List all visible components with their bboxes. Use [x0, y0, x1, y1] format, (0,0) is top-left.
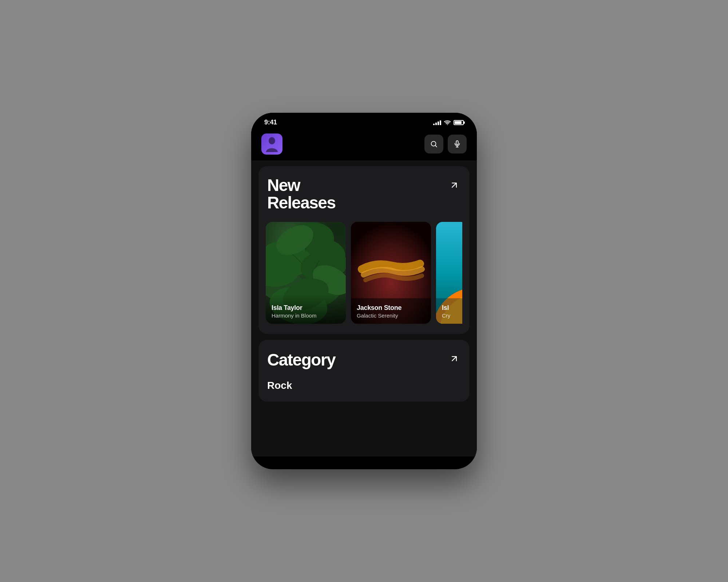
wifi-icon [444, 120, 451, 125]
album-info-jackson: Jackson Stone Galactic Serenity [351, 299, 431, 324]
album-title-jackson: Galactic Serenity [357, 312, 425, 319]
category-section: Category Rock [258, 340, 470, 402]
albums-row: Isla Taylor Harmony in Bloom [266, 222, 462, 324]
top-buttons [424, 135, 467, 154]
album-artist-crystal: Isl [442, 304, 450, 312]
album-info-isla: Isla Taylor Harmony in Bloom [266, 299, 346, 324]
svg-rect-3 [456, 141, 458, 145]
category-arrow[interactable] [448, 352, 461, 365]
battery-icon [454, 120, 464, 125]
category-header: Category [267, 350, 461, 370]
dynamic-island [342, 118, 386, 130]
status-time: 9:41 [264, 119, 277, 126]
album-card-isla-taylor[interactable]: Isla Taylor Harmony in Bloom [266, 222, 346, 324]
user-silhouette-icon [265, 136, 278, 152]
category-item-rock[interactable]: Rock [267, 380, 461, 391]
new-releases-section: NewReleases [258, 166, 470, 334]
new-releases-title: NewReleases [267, 176, 336, 212]
arrow-up-right-icon [449, 180, 459, 190]
category-name-rock: Rock [267, 380, 461, 391]
album-title-crystal: Cry [442, 312, 450, 319]
album-art-crystal: Isl Cry [436, 222, 462, 324]
album-title-isla: Harmony in Bloom [272, 312, 340, 319]
svg-point-0 [447, 124, 448, 125]
new-releases-header: NewReleases [267, 176, 461, 212]
new-releases-arrow[interactable] [448, 179, 461, 192]
category-arrow-icon [449, 354, 459, 364]
signal-bars-icon [433, 120, 441, 125]
top-bar [251, 129, 477, 160]
album-card-crystal-partial[interactable]: Isl Cry [436, 222, 462, 324]
microphone-button[interactable] [448, 135, 467, 154]
category-title: Category [267, 350, 335, 370]
app-content: NewReleases [251, 129, 477, 457]
album-artist-isla: Isla Taylor [272, 304, 340, 312]
search-icon [430, 140, 438, 148]
status-icons [433, 120, 464, 125]
album-artist-jackson: Jackson Stone [357, 304, 425, 312]
album-card-jackson-stone[interactable]: Jackson Stone Galactic Serenity [351, 222, 431, 324]
avatar[interactable] [261, 133, 282, 155]
svg-point-1 [269, 137, 275, 144]
phone-frame: 9:41 [251, 113, 477, 469]
microphone-icon [453, 140, 461, 148]
search-button[interactable] [424, 135, 443, 154]
main-scroll: NewReleases [251, 166, 477, 418]
